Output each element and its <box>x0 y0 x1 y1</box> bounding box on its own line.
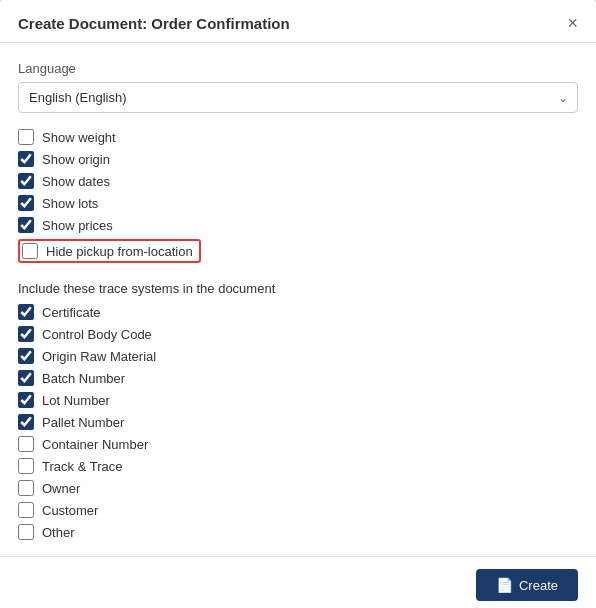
trace-item-track_trace: Track & Trace <box>18 458 578 474</box>
trace-certificate-label: Certificate <box>42 305 101 320</box>
top-checkboxes: Show weightShow originShow datesShow lot… <box>18 129 578 233</box>
show_weight-label: Show weight <box>42 130 116 145</box>
trace-track_trace-checkbox[interactable] <box>18 458 34 474</box>
trace-item-container_number: Container Number <box>18 436 578 452</box>
create-document-dialog: Create Document: Order Confirmation × La… <box>0 0 596 608</box>
show_prices-label: Show prices <box>42 218 113 233</box>
show_lots-label: Show lots <box>42 196 98 211</box>
language-select-wrapper: English (English) ⌄ <box>18 82 578 113</box>
hide-pickup-checkbox[interactable] <box>22 243 38 259</box>
trace-other-label: Other <box>42 525 75 540</box>
trace-item-batch_number: Batch Number <box>18 370 578 386</box>
language-select[interactable]: English (English) <box>18 82 578 113</box>
dialog-header: Create Document: Order Confirmation × <box>0 0 596 43</box>
create-icon: 📄 <box>496 577 513 593</box>
show_origin-checkbox[interactable] <box>18 151 34 167</box>
trace-item-certificate: Certificate <box>18 304 578 320</box>
trace-owner-checkbox[interactable] <box>18 480 34 496</box>
trace-container_number-label: Container Number <box>42 437 148 452</box>
show_lots-checkbox[interactable] <box>18 195 34 211</box>
trace-control_body_code-checkbox[interactable] <box>18 326 34 342</box>
trace-section-label: Include these trace systems in the docum… <box>18 281 578 296</box>
checkbox-item-show_origin: Show origin <box>18 151 578 167</box>
trace-certificate-checkbox[interactable] <box>18 304 34 320</box>
trace-pallet_number-label: Pallet Number <box>42 415 124 430</box>
language-label: Language <box>18 61 578 76</box>
checkbox-item-show_dates: Show dates <box>18 173 578 189</box>
trace-item-pallet_number: Pallet Number <box>18 414 578 430</box>
trace-pallet_number-checkbox[interactable] <box>18 414 34 430</box>
show_origin-label: Show origin <box>42 152 110 167</box>
trace-item-origin_raw_material: Origin Raw Material <box>18 348 578 364</box>
trace-item-lot_number: Lot Number <box>18 392 578 408</box>
dialog-title: Create Document: Order Confirmation <box>18 15 290 32</box>
trace-origin_raw_material-label: Origin Raw Material <box>42 349 156 364</box>
show_dates-label: Show dates <box>42 174 110 189</box>
trace-batch_number-label: Batch Number <box>42 371 125 386</box>
trace-track_trace-label: Track & Trace <box>42 459 122 474</box>
checkbox-item-show_weight: Show weight <box>18 129 578 145</box>
checkbox-item-show_prices: Show prices <box>18 217 578 233</box>
dialog-footer: 📄 Create <box>0 556 596 608</box>
trace-checkboxes: CertificateControl Body CodeOrigin Raw M… <box>18 304 578 540</box>
trace-item-customer: Customer <box>18 502 578 518</box>
hide-pickup-highlight: Hide pickup from-location <box>18 239 201 263</box>
trace-other-checkbox[interactable] <box>18 524 34 540</box>
trace-lot_number-checkbox[interactable] <box>18 392 34 408</box>
create-label: Create <box>519 578 558 593</box>
trace-origin_raw_material-checkbox[interactable] <box>18 348 34 364</box>
trace-container_number-checkbox[interactable] <box>18 436 34 452</box>
trace-item-owner: Owner <box>18 480 578 496</box>
trace-item-control_body_code: Control Body Code <box>18 326 578 342</box>
trace-customer-checkbox[interactable] <box>18 502 34 518</box>
show_weight-checkbox[interactable] <box>18 129 34 145</box>
create-button[interactable]: 📄 Create <box>476 569 578 601</box>
show_dates-checkbox[interactable] <box>18 173 34 189</box>
close-button[interactable]: × <box>567 14 578 32</box>
trace-owner-label: Owner <box>42 481 80 496</box>
trace-lot_number-label: Lot Number <box>42 393 110 408</box>
trace-control_body_code-label: Control Body Code <box>42 327 152 342</box>
hide-pickup-label: Hide pickup from-location <box>46 244 193 259</box>
trace-customer-label: Customer <box>42 503 98 518</box>
trace-item-other: Other <box>18 524 578 540</box>
trace-batch_number-checkbox[interactable] <box>18 370 34 386</box>
show_prices-checkbox[interactable] <box>18 217 34 233</box>
dialog-body: Language English (English) ⌄ Show weight… <box>0 43 596 556</box>
checkbox-item-show_lots: Show lots <box>18 195 578 211</box>
